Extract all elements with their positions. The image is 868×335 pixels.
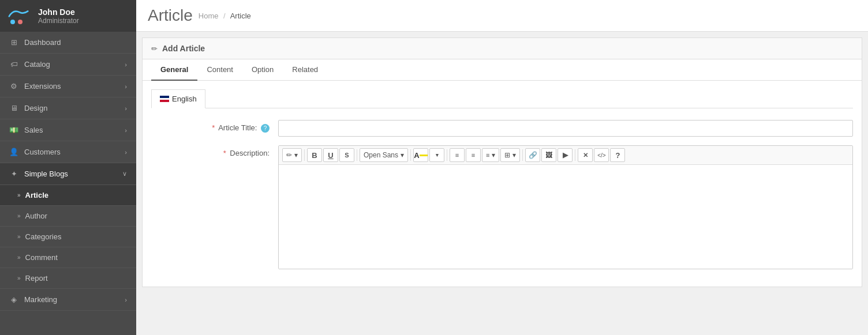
font-family-button[interactable]: Open Sans ▾ [360,148,408,162]
breadcrumb-home[interactable]: Home [199,12,219,20]
chevron-right-icon: › [125,83,127,90]
sidebar-item-label: Dashboard [24,38,61,47]
editor-body[interactable] [279,165,852,269]
sidebar: John Doe Administrator ⊞ Dashboard 🏷 Cat… [0,0,136,335]
format-button[interactable]: ✏ ▾ [282,148,302,162]
dropdown-arrow-icon: ▾ [401,151,404,159]
lang-tab-label: English [172,95,197,103]
sidebar-item-report[interactable]: » Report [0,268,136,289]
description-label: * Description: [151,145,278,161]
video-button[interactable]: ▶ [558,148,573,162]
username: John Doe [38,7,79,17]
tab-related[interactable]: Related [283,59,327,81]
sidebar-sub-label: Categories [25,232,62,241]
chevron-right-icon: › [125,105,127,112]
toolbar-divider-4 [447,149,447,161]
help-icon[interactable]: ? [261,124,270,133]
fullscreen-button[interactable]: ✕ [578,148,593,162]
page-header: Article Home / Article [136,0,868,32]
sidebar-item-categories[interactable]: » Categories [0,227,136,247]
description-group: * Description: ✏ ▾ B U [151,145,853,269]
lang-tab-english[interactable]: English [151,89,205,108]
editor-container: ✏ ▾ B U S Open Sans ▾ [278,145,853,269]
sidebar-item-label: Customers [24,148,61,156]
format-icon: ✏ [286,151,292,159]
sidebar-item-customers[interactable]: 👤 Customers › [0,141,136,163]
font-family-label: Open Sans [364,151,398,159]
sidebar-item-extensions[interactable]: ⚙ Extensions › [0,76,136,97]
sidebar-item-author[interactable]: » Author [0,206,136,227]
tabs-container: General Content Option Related [143,59,862,81]
simple-blogs-icon: ✦ [9,170,18,178]
text-color-button[interactable]: A [413,148,428,162]
page-title: Article [148,6,193,25]
tab-option[interactable]: Option [242,59,283,81]
tab-general[interactable]: General [151,59,197,81]
sidebar-item-dashboard[interactable]: ⊞ Dashboard [0,32,136,54]
sidebar-sub-label: Article [25,191,48,200]
dashboard-icon: ⊞ [9,38,18,47]
logo [8,6,32,26]
strikethrough-button[interactable]: S [339,148,354,162]
logo-dots [10,20,23,24]
chevron-right-icon: › [125,61,127,68]
tab-content[interactable]: Content [197,59,242,81]
sidebar-item-label: Catalog [24,60,50,69]
sidebar-item-article[interactable]: » Article [0,185,136,206]
marketing-icon: ◈ [9,295,18,304]
editor-toolbar: ✏ ▾ B U S Open Sans ▾ [279,146,852,165]
toolbar-divider-5 [522,149,523,161]
sub-arrow-icon: » [17,234,21,240]
chevron-right-icon: › [125,149,127,156]
underline-button[interactable]: U [323,148,338,162]
catalog-icon: 🏷 [9,60,18,69]
chevron-right-icon: › [125,127,127,134]
color-dropdown-button[interactable]: ▾ [429,148,444,162]
table-button[interactable]: ⊞ ▾ [500,148,520,162]
table-dropdown-icon: ▾ [512,151,516,159]
sidebar-item-label: Extensions [24,82,61,91]
sidebar-header: John Doe Administrator [0,0,136,32]
sidebar-item-marketing[interactable]: ◈ Marketing › [0,289,136,311]
align-button[interactable]: ≡ ▾ [482,148,499,162]
sub-arrow-icon: » [17,275,21,281]
chevron-right-icon: › [125,296,127,303]
bold-button[interactable]: B [307,148,322,162]
article-title-label: * Article Title: ? [151,120,278,136]
main-content: Article Home / Article ✏ Add Article Gen… [136,0,868,335]
breadcrumb-separator: / [223,12,226,20]
user-role: Administrator [38,17,79,25]
sidebar-item-sales[interactable]: 💵 Sales › [0,119,136,141]
source-button[interactable]: </> [594,148,609,162]
sidebar-item-label: Marketing [24,295,57,304]
sidebar-section-simple-blogs[interactable]: ✦ Simple Blogs ∨ [0,163,136,185]
form-area: English * Article Title: ? * [143,81,862,287]
logo-dot-1 [10,20,15,24]
sidebar-item-design[interactable]: 🖥 Design › [0,97,136,119]
sidebar-sub-label: Comment [25,253,58,262]
user-info: John Doe Administrator [38,7,79,25]
ordered-list-button[interactable]: ≡ [450,148,465,162]
article-title-input[interactable] [278,120,853,137]
text-color-label: A [414,151,419,160]
dropdown-arrow-icon: ▾ [294,151,298,159]
edit-icon: ✏ [151,44,158,53]
link-button[interactable]: 🔗 [525,148,540,162]
sidebar-item-comment[interactable]: » Comment [0,247,136,268]
sidebar-item-catalog[interactable]: 🏷 Catalog › [0,54,136,76]
unordered-list-button[interactable]: ≡ [466,148,481,162]
content-panel: ✏ Add Article General Content Option Rel… [142,37,862,287]
sidebar-sub-label: Report [25,274,48,283]
article-title-group: * Article Title: ? [151,120,853,137]
sub-arrow-icon: » [17,192,21,198]
breadcrumb-current: Article [230,12,251,20]
panel-title: Add Article [162,44,205,53]
required-marker: * [212,123,215,132]
table-icon: ⊞ [504,151,510,159]
align-icon: ≡ [486,152,489,159]
sidebar-item-label: Design [24,104,47,112]
image-button[interactable]: 🖼 [541,148,556,162]
align-dropdown-icon: ▾ [492,151,495,159]
help-button[interactable]: ? [610,148,625,162]
customers-icon: 👤 [9,148,18,156]
